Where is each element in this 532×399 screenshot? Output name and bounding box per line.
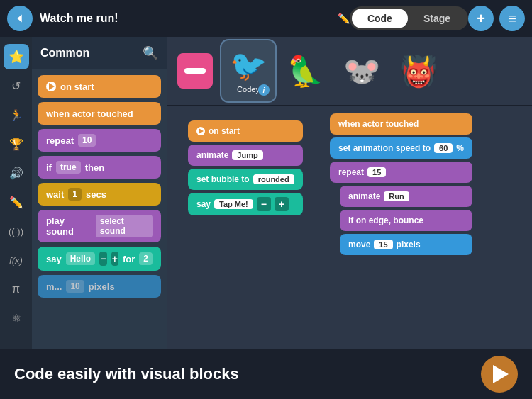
canvas-label: if on edge, bounce [348,215,423,225]
canvas-block-anim-speed[interactable]: set animation speed to 60 % [330,137,472,159]
parrot-emoji: 🦜 [287,54,323,89]
sound-value[interactable]: select sound [96,215,153,237]
canvas-block-repeat[interactable]: repeat 15 [330,162,472,183]
ai-icon: ⚛ [11,312,21,325]
say-minus-btn[interactable]: − [257,197,271,211]
for-label: for [123,254,135,264]
block-move[interactable]: m... 10 pixels [38,275,161,298]
codey-info-btn[interactable]: i [258,84,270,96]
canvas-label: animate [348,191,380,201]
sprite-codey[interactable]: 🐦 Codey i [220,39,277,103]
repeat-value[interactable]: 15 [367,167,386,177]
block-if-then[interactable]: if true then [38,156,161,179]
block-label: on start [60,82,94,92]
add-button[interactable]: + [468,6,494,31]
canvas-group-1: on start animate Jump set bubble to roun… [188,120,303,218]
sidebar: ⭐ ↺ 🏃 🏆 🔊 ✏️ ((·)) f(x) π ⚛ [0,37,32,349]
canvas-group-2: when actor touched set animation speed t… [330,113,472,258]
bottom-bar: Code easily with visual blocks [0,349,532,399]
top-right-buttons: + ≡ [468,6,525,31]
say-value[interactable]: Tap Me! [214,199,253,209]
top-bar: Watch me run! ✏️ Code Stage + ≡ [0,0,532,37]
blocks-panel: Common 🔍 on start when actor touched rep… [32,37,167,349]
canvas-block-on-start[interactable]: on start [188,120,303,142]
move-value[interactable]: 15 [374,240,392,249]
sound-icon: 🔊 [9,167,23,180]
math-icon: π [12,283,20,296]
block-label: play sound [46,215,92,237]
block-wait[interactable]: wait 1 secs [38,183,161,206]
speed-value[interactable]: 60 [434,143,453,153]
block-label: when actor touched [46,108,133,119]
play-icon [46,82,56,91]
broadcast-icon: ((·)) [9,226,23,237]
sidebar-item-pen[interactable]: ✏️ [4,189,29,215]
functions-icon: f(x) [9,255,23,266]
plus-btn[interactable]: + [111,252,118,266]
placeholder-inner [184,68,206,74]
tagline-text: Code easily with visual blocks [14,365,481,383]
back-button[interactable] [7,6,33,31]
sidebar-item-sound[interactable]: 🔊 [4,160,29,186]
canvas-label: when actor touched [338,119,419,129]
move-value[interactable]: 10 [66,280,84,293]
bubble-value[interactable]: rounded [253,174,294,184]
say-value[interactable]: Hello [66,252,95,265]
block-repeat[interactable]: repeat 10 [38,129,161,152]
animate-value[interactable]: Jump [232,150,262,160]
condition-value[interactable]: true [56,161,81,174]
tab-switcher: Code Stage [350,6,468,30]
block-play-sound[interactable]: play sound select sound [38,210,161,242]
canvas-block-say[interactable]: say Tap Me! − + [188,193,303,215]
mouse-emoji: 🐭 [343,54,380,89]
sidebar-item-motion[interactable]: 🏃 [4,102,29,128]
looks-icon: 🏆 [9,137,23,151]
search-icon[interactable]: 🔍 [143,45,158,61]
canvas-block-set-bubble[interactable]: set bubble to rounded [188,169,303,190]
play-button[interactable] [481,356,518,393]
blocks-header: Common 🔍 [32,37,167,69]
block-say[interactable]: say Hello − + for 2 [38,247,161,271]
sidebar-item-ai[interactable]: ⚛ [4,305,29,331]
canvas-label: set bubble to [196,174,250,184]
canvas-block-animate-jump[interactable]: animate Jump [188,145,303,166]
sidebar-item-control[interactable]: ↺ [4,73,29,99]
canvas-label: say [196,199,211,209]
block-on-start[interactable]: on start [38,75,161,98]
for-value[interactable]: 2 [139,252,153,265]
block-when-actor-touched[interactable]: when actor touched [38,102,161,125]
wait-value[interactable]: 1 [68,188,82,201]
canvas-block-if-edge[interactable]: if on edge, bounce [340,210,472,231]
minus-btn[interactable]: − [99,252,106,266]
canvas-label: animate [196,150,228,160]
sprite-placeholder[interactable] [177,53,213,89]
sidebar-item-math[interactable]: π [4,276,29,302]
canvas-label: set animation speed to [338,143,431,153]
canvas-block-animate-run[interactable]: animate Run [340,186,472,207]
pixels-label: pixels [89,281,115,292]
repeat-value[interactable]: 10 [78,134,96,147]
canvas-label: move [348,240,370,249]
monster-emoji: 👹 [400,54,437,89]
tab-code[interactable]: Code [352,9,408,28]
sidebar-item-common[interactable]: ⭐ [4,44,29,69]
menu-button[interactable]: ≡ [499,6,525,31]
canvas-block-when-actor[interactable]: when actor touched [330,113,472,135]
tab-stage[interactable]: Stage [408,9,466,28]
sidebar-item-functions[interactable]: f(x) [4,247,29,273]
motion-icon: 🏃 [9,108,23,122]
block-label: wait [46,189,64,200]
sprite-parrot[interactable]: 🦜 [277,39,333,103]
codey-emoji: 🐦 [230,48,267,83]
edit-icon[interactable]: ✏️ [338,13,350,24]
sidebar-item-broadcast[interactable]: ((·)) [4,218,29,244]
sprite-monster[interactable]: 👹 [390,39,447,103]
run-value[interactable]: Run [384,191,409,201]
star-icon: ⭐ [9,49,24,64]
sprite-mouse[interactable]: 🐭 [333,39,390,103]
canvas-block-move[interactable]: move 15 pixels [340,234,472,255]
sidebar-item-looks[interactable]: 🏆 [4,131,29,157]
canvas-label: on start [209,126,240,136]
say-plus-btn[interactable]: + [275,197,289,211]
percent-label: % [456,143,464,153]
